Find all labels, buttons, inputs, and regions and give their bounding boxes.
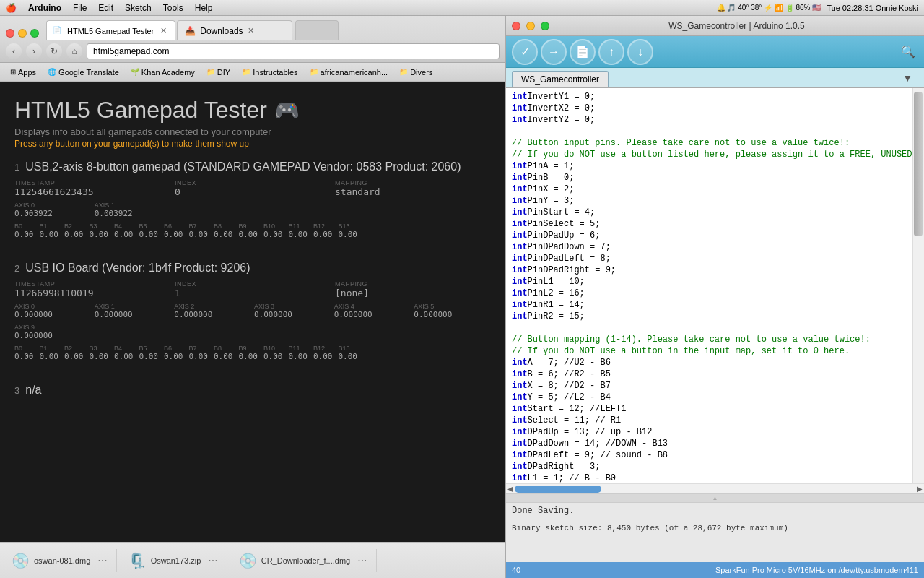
diy-icon: 📁: [206, 68, 215, 76]
download-3-icon: 💿: [239, 552, 257, 569]
arduino-new-btn[interactable]: 📄: [570, 39, 596, 65]
apple-menu[interactable]: 🍎: [6, 3, 17, 13]
menu-edit[interactable]: Edit: [98, 3, 113, 13]
gamepad-1-mapping-field: MAPPING standard: [335, 179, 491, 197]
arduino-verify-btn[interactable]: ✓: [512, 39, 538, 65]
menu-file[interactable]: File: [73, 3, 87, 13]
code-line: int PinStart = 4;: [506, 207, 912, 218]
arduino-tab-ws-gamecontroller[interactable]: WS_Gamecontroller: [512, 71, 609, 87]
bookmark-africanamerican-label: africanamericanh...: [321, 68, 388, 77]
gamepad-1-number: 1: [14, 162, 19, 173]
code-hscrollbar[interactable]: ◀ ▶: [506, 483, 924, 493]
g2-axis-1: AXIS 10.000000: [95, 303, 172, 319]
g1-b1: B10.00: [40, 223, 59, 239]
g1-b10: B100.00: [263, 223, 283, 239]
divider-2: [14, 376, 491, 376]
hscroll-right-arrow[interactable]: ▶: [917, 485, 923, 493]
bookmark-divers[interactable]: 📁 Divers: [395, 66, 437, 78]
bookmark-khan[interactable]: 🌱 Khan Academy: [126, 66, 199, 78]
download-2-more[interactable]: ···: [205, 553, 220, 569]
arduino-toolbar: ✓ → 📄 ↑ ↓ 🔍: [506, 36, 924, 68]
code-content[interactable]: int InvertY1 = 0; int InvertX2 = 0; int …: [506, 88, 912, 483]
g2-axis-4: AXIS 40.000000: [334, 303, 411, 319]
code-line: int InvertY1 = 0;: [506, 91, 912, 103]
g2-index-label: INDEX: [175, 280, 331, 288]
instructables-icon: 📁: [242, 68, 250, 76]
arduino-upload-btn[interactable]: →: [541, 39, 567, 65]
bookmark-google-translate[interactable]: 🌐 Google Translate: [43, 66, 123, 78]
address-input[interactable]: html5gamepad.com: [87, 43, 500, 59]
browser-close-btn[interactable]: [6, 29, 14, 38]
gamepad-tab-close[interactable]: ✕: [158, 25, 169, 36]
bookmark-diy-label: DIY: [217, 68, 230, 77]
arduino-maximize-btn[interactable]: [541, 22, 549, 30]
g2-timestamp-label: TIMESTAMP: [14, 280, 170, 288]
gamepad-entry-3: 3 n/a: [14, 384, 491, 397]
code-line: int B = 6; //R2 - B5: [506, 368, 912, 380]
code-line: int PinR2 = 15;: [506, 311, 912, 322]
g2-axis-9: AXIS 90.000000: [14, 324, 92, 340]
hscroll-thumb[interactable]: [515, 486, 601, 493]
gamepad-1-index-field: INDEX 0: [175, 179, 331, 197]
menu-sketch[interactable]: Sketch: [125, 3, 152, 13]
g2-axis-3: AXIS 30.000000: [254, 303, 331, 319]
g2-axis-2: AXIS 20.000000: [174, 303, 251, 319]
downloads-tab-close[interactable]: ✕: [248, 26, 254, 35]
gamepad-icon: 🎮: [274, 98, 300, 122]
code-line: int PinL2 = 16;: [506, 288, 912, 299]
arduino-save-btn[interactable]: ↓: [627, 39, 653, 65]
arduino-minimize-btn[interactable]: [526, 22, 535, 30]
downloads-tab-title: Downloads: [200, 26, 243, 36]
g1-b0: B00.00: [14, 223, 34, 239]
scrollbar-thumb[interactable]: [914, 92, 923, 236]
code-line: int Start = 12; //LEFT1: [506, 403, 912, 415]
downloads-tab-favicon: 📥: [185, 26, 196, 36]
menu-arduino[interactable]: Arduino: [28, 3, 61, 13]
page-title-area: HTML5 Gamepad Tester 🎮 Displays info abo…: [14, 97, 491, 149]
hscroll-left-arrow[interactable]: ◀: [507, 485, 513, 493]
gamepad-tab[interactable]: 📄 HTML5 Gamepad Tester ✕: [46, 20, 175, 40]
arduino-tab-dropdown[interactable]: ▼: [897, 68, 918, 87]
g2-axis-0: AXIS 00.000000: [14, 303, 92, 319]
download-item-1[interactable]: 💿 oswan-081.dmg ···: [6, 549, 117, 572]
download-1-icon: 💿: [12, 552, 30, 569]
download-3-more[interactable]: ···: [354, 553, 370, 569]
code-line: int DPadLeft = 9; // sound - B8: [506, 449, 912, 461]
arduino-search-btn[interactable]: 🔍: [898, 42, 918, 62]
menu-help[interactable]: Help: [195, 3, 213, 13]
code-line: [506, 126, 912, 137]
download-3-name: CR_Downloader_f....dmg: [261, 556, 351, 565]
arduino-bottom: 40 SparkFun Pro Micro 5V/16MHz on /dev/t…: [506, 562, 924, 578]
download-1-more[interactable]: ···: [95, 553, 110, 569]
back-button[interactable]: ‹: [6, 43, 22, 59]
browser-minimize-btn[interactable]: [18, 29, 27, 38]
page-subtitle: Displays info about all gamepads connect…: [14, 126, 491, 137]
bookmark-khan-label: Khan Academy: [141, 68, 195, 77]
g1-b6: B60.00: [164, 223, 183, 239]
reload-button[interactable]: ↻: [46, 43, 62, 59]
arduino-open-btn[interactable]: ↑: [598, 39, 624, 65]
bookmark-africanamerican[interactable]: 📁 africanamericanh...: [305, 66, 393, 78]
bookmark-apps[interactable]: ⊞ Apps: [6, 66, 40, 78]
download-item-2[interactable]: 🗜️ Oswan173.zip ···: [123, 549, 227, 572]
bookmark-diy[interactable]: 📁 DIY: [202, 66, 235, 78]
bookmark-instructables[interactable]: 📁 Instructables: [237, 66, 302, 78]
resize-handle[interactable]: ▲: [506, 493, 924, 502]
menu-tools[interactable]: Tools: [163, 3, 183, 13]
gamepad-entry-2: 2 USB IO Board (Vendor: 1b4f Product: 92…: [14, 262, 491, 361]
downloads-tab[interactable]: 📥 Downloads ✕: [177, 20, 292, 40]
arduino-close-btn[interactable]: [512, 22, 520, 30]
gamepad-1-axis-0: AXIS 0 0.003922: [14, 202, 92, 218]
gamepad-3-number: 3: [14, 385, 19, 396]
gamepad-1-mapping: standard: [335, 186, 491, 197]
clock: Tue 02:28:31 Onnie Koski: [827, 4, 918, 12]
page-instruction: Press any button on your gamepad(s) to m…: [14, 139, 491, 149]
download-2-icon: 🗜️: [128, 552, 147, 569]
download-item-3[interactable]: 💿 CR_Downloader_f....dmg ···: [233, 549, 377, 572]
forward-button[interactable]: ›: [26, 43, 42, 59]
g2-b10: B100.00: [263, 345, 283, 361]
browser-maximize-btn[interactable]: [30, 29, 39, 38]
code-scrollbar[interactable]: [912, 88, 924, 483]
home-button[interactable]: ⌂: [66, 43, 82, 59]
g1-b7: B70.00: [189, 223, 209, 239]
